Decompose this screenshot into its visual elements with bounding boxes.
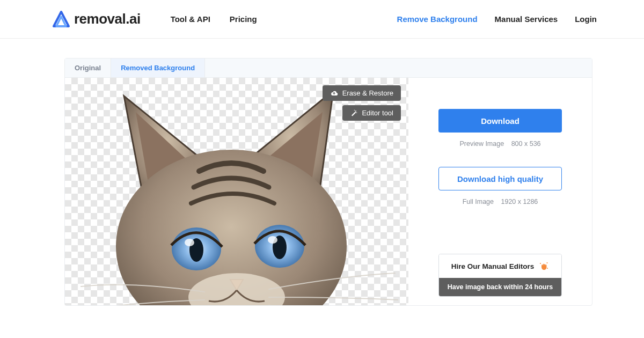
preview-label: Preview Image xyxy=(459,140,504,148)
hire-editors-button[interactable]: Hire Our Manual Editors xyxy=(439,254,561,278)
erase-restore-button[interactable]: Erase & Restore xyxy=(323,85,401,101)
nav-right: Remove Background Manual Services Login xyxy=(397,14,597,24)
svg-point-10 xyxy=(354,109,355,111)
full-label: Full Image xyxy=(463,198,494,205)
nav-tool-api[interactable]: Tool & API xyxy=(171,14,210,24)
download-hq-button[interactable]: Download high quality xyxy=(438,167,562,190)
hire-block: Hire Our Manual Editors Have image back … xyxy=(438,254,562,297)
svg-point-12 xyxy=(547,262,548,263)
svg-point-8 xyxy=(355,111,356,112)
hire-cta-label: Hire Our Manual Editors xyxy=(451,262,535,270)
full-dimensions: 1920 x 1286 xyxy=(501,198,538,205)
image-canvas: Erase & Restore Editor tool xyxy=(65,78,408,305)
nav-left: Tool & API Pricing xyxy=(171,14,257,24)
preview-dimensions: 800 x 536 xyxy=(511,140,541,148)
svg-point-13 xyxy=(547,268,548,269)
hire-subtext: Have image back within 24 hours xyxy=(439,278,561,296)
svg-point-6 xyxy=(268,236,277,244)
hand-wave-icon xyxy=(538,261,549,271)
nav-manual-services[interactable]: Manual Services xyxy=(495,14,558,24)
svg-point-11 xyxy=(540,263,541,264)
editor-tool-label: Editor tool xyxy=(362,109,393,117)
erase-restore-label: Erase & Restore xyxy=(342,89,393,97)
nav-remove-background[interactable]: Remove Background xyxy=(397,14,478,24)
cloud-up-icon xyxy=(330,90,338,97)
logo[interactable]: removal.ai xyxy=(52,10,141,28)
actions-sidebar: Download Preview Image 800 x 536 Downloa… xyxy=(408,78,592,305)
canvas-buttons: Erase & Restore Editor tool xyxy=(323,85,401,121)
nav-pricing[interactable]: Pricing xyxy=(230,14,257,24)
svg-point-3 xyxy=(185,239,194,246)
preview-caption: Preview Image 800 x 536 xyxy=(438,140,562,148)
full-caption: Full Image 1920 x 1286 xyxy=(438,198,562,205)
result-panel: Original Removed Background xyxy=(64,58,592,306)
tab-removed-background[interactable]: Removed Background xyxy=(111,58,205,77)
svg-point-9 xyxy=(356,112,357,113)
header: removal.ai Tool & API Pricing Remove Bac… xyxy=(0,0,644,39)
tab-original[interactable]: Original xyxy=(65,58,111,77)
panel-body: Erase & Restore Editor tool Download Pre… xyxy=(65,78,592,305)
editor-tool-button[interactable]: Editor tool xyxy=(342,105,401,121)
logo-text: removal.ai xyxy=(74,11,141,27)
download-button[interactable]: Download xyxy=(438,109,562,133)
tabs: Original Removed Background xyxy=(65,58,592,78)
magic-wand-icon xyxy=(350,109,357,117)
nav-login[interactable]: Login xyxy=(575,14,597,24)
logo-icon xyxy=(52,10,71,28)
